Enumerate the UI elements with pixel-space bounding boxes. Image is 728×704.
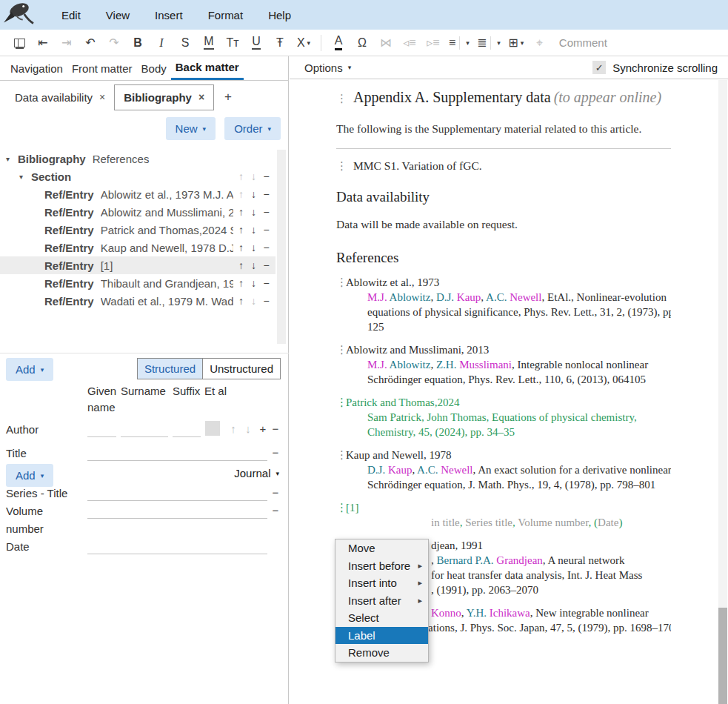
tree-row-ref-entry-kaup-and-newell-1978-d-j[interactable]: Ref/EntryKaup and Newell, 1978 D.J↑↓− — [0, 239, 275, 256]
drag-handle-icon[interactable]: ⋮ — [336, 395, 347, 410]
move-up-button[interactable]: ↑ — [235, 188, 247, 200]
et-al-checkbox[interactable] — [205, 421, 220, 436]
volume-remove-button[interactable]: − — [270, 504, 281, 517]
mode-option-structured[interactable]: Structured — [138, 359, 202, 379]
table-button[interactable]: ⊞▾ — [508, 33, 524, 53]
reference-text-line[interactable]: M.J. Ablowitz, D.J. Kaup, A.C. Newell, E… — [367, 290, 671, 305]
new-button[interactable]: New ▾ — [166, 117, 216, 140]
outdent-button[interactable]: ◃≡ — [401, 33, 418, 53]
context-menu-item-label[interactable]: Label — [335, 627, 428, 645]
italic-button[interactable]: I — [153, 33, 170, 53]
view-tab-navigation[interactable]: Navigation — [6, 56, 67, 80]
find-replace-button[interactable]: ⋈ — [378, 33, 394, 53]
underline-button[interactable]: U — [248, 33, 264, 53]
context-menu-item-insert-before[interactable]: Insert before▸ — [335, 557, 428, 575]
numbered-list-button[interactable]: ≣▾ — [477, 33, 501, 53]
move-up-button[interactable]: ↑ — [235, 242, 247, 253]
author-surname-input[interactable] — [121, 421, 168, 437]
appendix-paragraph[interactable]: The following is the Supplementary mater… — [336, 120, 671, 138]
move-down-button[interactable]: ↓ — [247, 277, 260, 289]
tree-row-bibliography-references[interactable]: ▾BibliographyReferences — [0, 150, 275, 167]
move-up-button[interactable]: ↑ — [235, 170, 247, 182]
doc-tab-bibliography[interactable]: Bibliography× — [114, 84, 214, 110]
remove-button[interactable]: − — [260, 242, 273, 253]
monospace-button[interactable]: M — [201, 33, 217, 53]
tree-row-ref-entry-thibault-and-grandjean-19[interactable]: Ref/EntryThibault and Grandjean, 19↑↓− — [0, 274, 275, 292]
reference-text-line[interactable]: Konno, Y.H. Ichikawa, New integrable non… — [431, 605, 671, 620]
move-node-button[interactable]: ⌖ — [532, 33, 548, 53]
journal-type-dropdown[interactable]: Journal ▾ — [234, 467, 279, 479]
author-add-button[interactable]: + — [257, 422, 269, 435]
tree-scrollbar[interactable] — [277, 150, 286, 344]
toggle-panel-button[interactable] — [11, 33, 27, 53]
remove-button[interactable]: − — [260, 188, 273, 200]
series-remove-button[interactable]: − — [270, 486, 281, 499]
reference-text-line[interactable]: Schrödinger equation, J. Math. Phys., 19… — [367, 477, 671, 492]
move-up-button[interactable]: ↑ — [235, 259, 247, 271]
add-publication-button[interactable]: Add ▾ — [6, 464, 53, 487]
series-title-input[interactable] — [87, 485, 267, 501]
move-down-button[interactable]: ↓ — [247, 295, 260, 307]
data-availability-heading[interactable]: Data availability — [336, 189, 671, 205]
mode-option-unstructured[interactable]: Unstructured — [202, 359, 280, 379]
reference-text-line[interactable]: Chemistry, 45, (2024), pp. 34–35 — [367, 425, 671, 439]
tree-row-ref-entry-ablowitz-et-al-1973-m-j-a[interactable]: Ref/EntryAblowitz et al., 1973 M.J. A↑↓− — [0, 185, 275, 203]
bold-button[interactable]: B — [130, 33, 146, 53]
reference-label[interactable]: ⋮Ablowitz et al., 1973 — [336, 275, 671, 290]
author-suffix-input[interactable] — [173, 421, 201, 437]
move-down-button[interactable]: ↓ — [247, 224, 260, 236]
drag-handle-icon[interactable]: ⋮ — [336, 275, 347, 290]
context-menu-item-insert-into[interactable]: Insert into▸ — [335, 574, 428, 592]
move-up-button[interactable]: ↑ — [235, 206, 247, 218]
reference-label[interactable]: ⋮[1] — [336, 500, 671, 515]
reference-text-line[interactable]: in title, Series title, Volume number, (… — [431, 515, 671, 530]
move-down-button[interactable]: ↓ — [247, 206, 260, 218]
reference-text-line[interactable]: D.J. Kaup, A.C. Newell, An exact solutio… — [367, 462, 671, 477]
view-tab-front-matter[interactable]: Front matter — [67, 56, 137, 80]
add-tab-button[interactable]: + — [220, 90, 236, 104]
appendix-heading[interactable]: ⋮Appendix A. Supplementary data(to appea… — [336, 86, 671, 110]
tree-row-ref-entry-ablowitz-and-musslimani-2[interactable]: Ref/EntryAblowitz and Musslimani, 2↑↓− — [0, 203, 275, 221]
references-heading[interactable]: References — [336, 250, 671, 266]
drag-handle-icon[interactable]: ⋮ — [336, 160, 347, 172]
close-icon[interactable]: × — [198, 91, 204, 103]
reference-text-line[interactable]: Schrödinger equation, Phys. Rev. Lett., … — [367, 372, 671, 387]
reference-text-line[interactable]: , (1991), pp. 2063–2070 — [431, 582, 671, 597]
title-input[interactable] — [87, 445, 267, 461]
date-input[interactable] — [87, 538, 267, 554]
author-given-name-input[interactable] — [87, 421, 116, 437]
context-menu-item-insert-after[interactable]: Insert after▸ — [335, 592, 428, 610]
menu-help[interactable]: Help — [268, 9, 291, 21]
context-menu-item-remove[interactable]: Remove — [335, 644, 428, 662]
context-menu-item-move[interactable]: Move — [335, 539, 428, 557]
expand-caret-icon[interactable]: ▾ — [6, 155, 18, 163]
move-up-button[interactable]: ↑ — [235, 295, 247, 307]
remove-button[interactable]: − — [260, 224, 273, 236]
reference-label[interactable]: ⋮Patrick and Thomas,2024 — [336, 395, 671, 410]
preview-scrollbar-thumb[interactable] — [718, 608, 727, 704]
data-availability-paragraph[interactable]: Data will be made available on request. — [336, 216, 671, 233]
remove-button[interactable]: − — [260, 259, 273, 271]
move-down-button[interactable]: ↓ — [247, 259, 260, 271]
view-tab-back-matter[interactable]: Back matter — [171, 56, 244, 80]
indent-button[interactable]: ▹≡ — [425, 33, 441, 53]
strikethrough-button[interactable]: Ŧ — [272, 33, 288, 53]
reference-label[interactable]: ⋮Kaup and Newell, 1978 — [336, 448, 671, 462]
move-up-button[interactable]: ↑ — [235, 277, 247, 289]
author-move-down-button[interactable]: ↓ — [242, 422, 254, 435]
remove-button[interactable]: − — [260, 206, 273, 218]
order-button[interactable]: Order ▾ — [224, 117, 281, 140]
close-icon[interactable]: × — [99, 91, 105, 103]
author-remove-button[interactable]: − — [270, 422, 281, 435]
volume-number-input[interactable] — [87, 502, 267, 519]
context-menu-item-select[interactable]: Select — [335, 609, 428, 627]
text-color-button[interactable]: A — [330, 33, 347, 53]
menu-format[interactable]: Format — [208, 9, 244, 21]
drag-handle-icon[interactable]: ⋮ — [336, 342, 347, 357]
undo-button[interactable]: ↶ — [82, 33, 98, 53]
view-tab-body[interactable]: Body — [137, 56, 171, 80]
menu-insert[interactable]: Insert — [155, 9, 183, 21]
move-up-button[interactable]: ↑ — [235, 224, 247, 236]
redo-button[interactable]: ↷ — [106, 33, 122, 53]
sub-superscript-button[interactable]: X▾ — [295, 33, 312, 53]
